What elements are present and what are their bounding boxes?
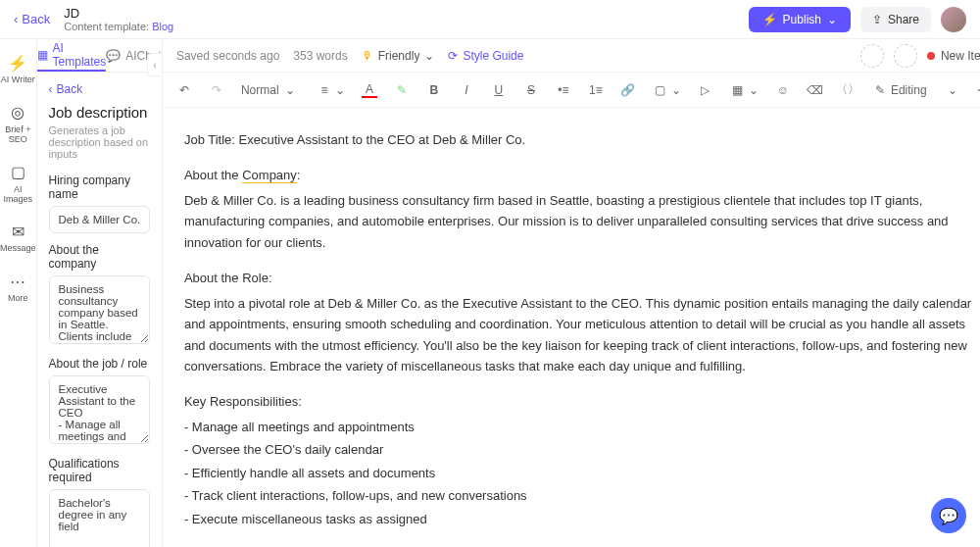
style-guide-button[interactable]: ⟳ Style Guide (448, 49, 523, 63)
sidebar-label: AI Images (0, 185, 36, 205)
play-icon: ▷ (698, 82, 713, 98)
format-label: Normal (241, 83, 279, 97)
panel-title: Job description (49, 104, 150, 121)
chevron-down-icon: ⌄ (827, 13, 837, 26)
strike-button[interactable]: S (519, 79, 543, 101)
field-qual-input[interactable] (49, 489, 150, 547)
list-item: - Manage all meetings and appointments (184, 417, 980, 437)
align-icon: ≡ (317, 82, 332, 98)
lightning-icon: ⚡ (8, 53, 27, 73)
number-list-icon: 1≡ (588, 82, 604, 98)
publish-button[interactable]: ⚡ Publish ⌄ (749, 7, 851, 32)
header-back-button[interactable]: ‹ Back (14, 12, 50, 26)
field-about-input[interactable] (49, 275, 150, 344)
saved-status: Saved seconds ago (176, 49, 279, 63)
template-link[interactable]: Blog (152, 21, 173, 32)
chevron-down-icon: ⌄ (948, 83, 957, 97)
strike-icon: S (523, 82, 539, 98)
field-company-label: Hiring company name (49, 174, 150, 201)
italic-icon: I (459, 82, 474, 98)
link-icon: 🔗 (620, 82, 636, 98)
text-color-button[interactable]: A (358, 79, 381, 101)
tab-ai-templates[interactable]: ▦ AI Templates (37, 39, 107, 72)
editing-mode-select[interactable]: ✎ Editing ⌄ (868, 79, 961, 101)
bold-button[interactable]: B (422, 79, 446, 101)
more-toolbar-button[interactable]: ⋯ (971, 79, 980, 101)
company-link[interactable]: Company (242, 168, 297, 183)
message-icon: ✉ (8, 222, 27, 241)
more-icon: ⋯ (8, 272, 27, 291)
pencil-icon: ✎ (872, 82, 888, 98)
status-chip[interactable]: New Item (927, 49, 980, 63)
title-area: JD Content template: Blog (64, 6, 173, 32)
field-company-input[interactable] (49, 206, 150, 233)
add-image-placeholder[interactable] (894, 44, 917, 68)
mic-icon: 🎙 (362, 49, 373, 63)
publish-label: Publish (783, 13, 821, 26)
about-company-body: Deb & Miller Co. is a leading business c… (184, 190, 980, 253)
link-button[interactable]: 🔗 (616, 79, 640, 101)
code-button[interactable]: 〈〉 (836, 79, 859, 101)
sidebar-ai-writer[interactable]: ⚡ AI Writer (1, 53, 35, 85)
editing-label: Editing (891, 83, 927, 97)
wand-icon: ⟳ (448, 49, 458, 63)
more-icon: ⋯ (975, 82, 980, 98)
underline-button[interactable]: U (487, 79, 511, 101)
share-button[interactable]: ⇪ Share (860, 7, 931, 32)
table-icon: ▦ (730, 82, 746, 98)
paragraph-format-select[interactable]: Normal ⌄ (237, 80, 304, 100)
bullet-list-icon: •≡ (556, 82, 571, 98)
key-resp-list: - Manage all meetings and appointments -… (184, 417, 980, 529)
video-button[interactable]: ▷ (694, 79, 717, 101)
header-back-label: Back (22, 12, 50, 26)
bullet-list-button[interactable]: •≡ (552, 79, 575, 101)
panel-back-label: Back (57, 82, 83, 96)
table-button[interactable]: ▦⌄ (726, 79, 762, 101)
chevron-down-icon: ⌄ (424, 49, 434, 63)
sidebar-label: AI Writer (1, 75, 35, 85)
undo-button[interactable]: ↶ (172, 79, 196, 101)
chevron-down-icon: ⌄ (671, 83, 681, 97)
emoji-button[interactable]: ☺ (771, 79, 795, 101)
bold-icon: B (426, 82, 442, 98)
sidebar-label: More (8, 294, 28, 304)
sidebar-message[interactable]: ✉ Message (0, 222, 36, 254)
about-role-body: Step into a pivotal role at Deb & Miller… (184, 293, 980, 377)
chevron-left-icon: ‹ (14, 12, 18, 26)
chat-bubble-button[interactable]: 💬 (931, 498, 966, 533)
sidebar-label: Message (0, 244, 36, 254)
tone-selector[interactable]: 🎙 Friendly ⌄ (362, 49, 435, 63)
image-icon: ▢ (8, 163, 27, 182)
add-avatar-placeholder[interactable] (860, 44, 884, 68)
sidebar-more[interactable]: ⋯ More (8, 272, 28, 304)
word-count: 353 words (293, 49, 347, 63)
chat-icon: 💬 (939, 507, 958, 525)
align-button[interactable]: ≡⌄ (313, 79, 349, 101)
chevron-down-icon: ⌄ (285, 83, 295, 97)
italic-button[interactable]: I (455, 79, 478, 101)
image-button[interactable]: ▢⌄ (649, 79, 685, 101)
redo-button[interactable]: ↷ (205, 79, 228, 101)
highlight-button[interactable]: ✎ (390, 79, 414, 101)
underline-icon: U (491, 82, 507, 98)
about-company-label: About the Company: (184, 165, 980, 185)
clear-format-button[interactable]: ⌫ (804, 79, 827, 101)
share-label: Share (888, 13, 919, 26)
target-icon: ◎ (8, 103, 27, 123)
editor-toolbar: ↶ ↷ Normal ⌄ ≡⌄ A ✎ B I U S •≡ 1≡ 🔗 ▢⌄ ▷… (163, 73, 980, 108)
tab-label: AI Templates (53, 41, 107, 69)
chevron-down-icon: ⌄ (335, 83, 345, 97)
image-icon: ▢ (653, 82, 668, 98)
field-role-input[interactable] (49, 375, 150, 444)
list-item: - Track client interactions, follow-ups,… (184, 485, 980, 506)
sidebar-brief-seo[interactable]: ◎ Brief + SEO (0, 103, 36, 145)
chat-icon: 💬 (106, 49, 121, 63)
document-content[interactable]: Job Title: Executive Assistant to the CE… (163, 108, 980, 547)
panel-desc: Generates a job description based on inp… (49, 124, 150, 160)
user-avatar[interactable] (941, 7, 966, 32)
list-item: - Execute miscellaneous tasks as assigne… (184, 509, 980, 529)
number-list-button[interactable]: 1≡ (584, 79, 608, 101)
chevron-left-icon: ‹ (153, 60, 156, 71)
sidebar-ai-images[interactable]: ▢ AI Images (0, 163, 36, 205)
panel-back-button[interactable]: ‹ Back (49, 82, 150, 96)
